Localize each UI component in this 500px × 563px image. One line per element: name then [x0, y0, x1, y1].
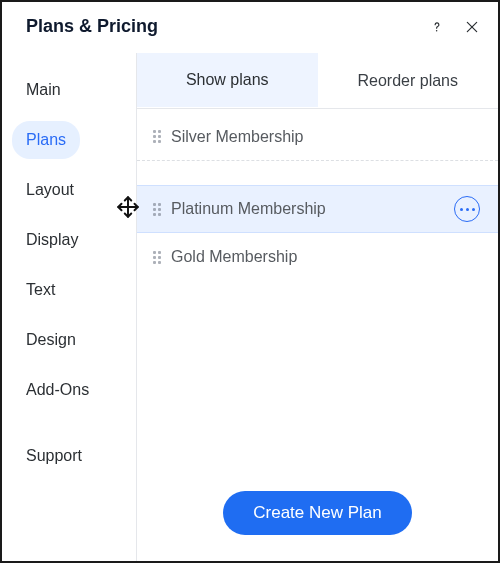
- drag-handle-icon[interactable]: [153, 130, 161, 143]
- sidebar-item-text[interactable]: Text: [12, 271, 69, 309]
- sidebar-item-layout[interactable]: Layout: [12, 171, 88, 209]
- header-actions: [428, 18, 480, 36]
- panel-body: Main Plans Layout Display Text Design Ad…: [2, 53, 498, 561]
- plan-label: Platinum Membership: [171, 200, 444, 218]
- content-area: Show plans Reorder plans Silver Membersh…: [136, 53, 498, 561]
- sidebar-divider: [12, 421, 136, 437]
- sidebar-item-design[interactable]: Design: [12, 321, 90, 359]
- plan-row[interactable]: Platinum Membership: [137, 185, 498, 233]
- plan-row[interactable]: Silver Membership: [137, 113, 498, 161]
- plan-row[interactable]: Gold Membership: [137, 233, 498, 281]
- help-icon[interactable]: [428, 18, 446, 36]
- plan-list: Silver Membership Platinum Membership: [137, 109, 498, 477]
- panel-header: Plans & Pricing: [2, 2, 498, 53]
- sidebar-item-support[interactable]: Support: [12, 437, 96, 475]
- settings-panel: Plans & Pricing Main Plans Layout Displa…: [0, 0, 500, 563]
- sidebar-item-display[interactable]: Display: [12, 221, 92, 259]
- more-options-icon[interactable]: [454, 196, 480, 222]
- svg-point-0: [436, 30, 438, 32]
- panel-title: Plans & Pricing: [26, 16, 428, 37]
- sidebar-item-plans[interactable]: Plans: [12, 121, 80, 159]
- sidebar-item-main[interactable]: Main: [12, 71, 75, 109]
- footer: Create New Plan: [137, 477, 498, 561]
- tab-reorder-plans[interactable]: Reorder plans: [318, 53, 499, 108]
- drag-handle-icon[interactable]: [153, 251, 161, 264]
- plan-label: Gold Membership: [171, 248, 480, 266]
- sidebar-item-addons[interactable]: Add-Ons: [12, 371, 103, 409]
- sidebar: Main Plans Layout Display Text Design Ad…: [2, 53, 136, 561]
- plan-label: Silver Membership: [171, 128, 480, 146]
- create-new-plan-button[interactable]: Create New Plan: [223, 491, 412, 535]
- close-icon[interactable]: [464, 19, 480, 35]
- tab-bar: Show plans Reorder plans: [137, 53, 498, 109]
- drag-handle-icon[interactable]: [153, 203, 161, 216]
- tab-show-plans[interactable]: Show plans: [137, 53, 318, 108]
